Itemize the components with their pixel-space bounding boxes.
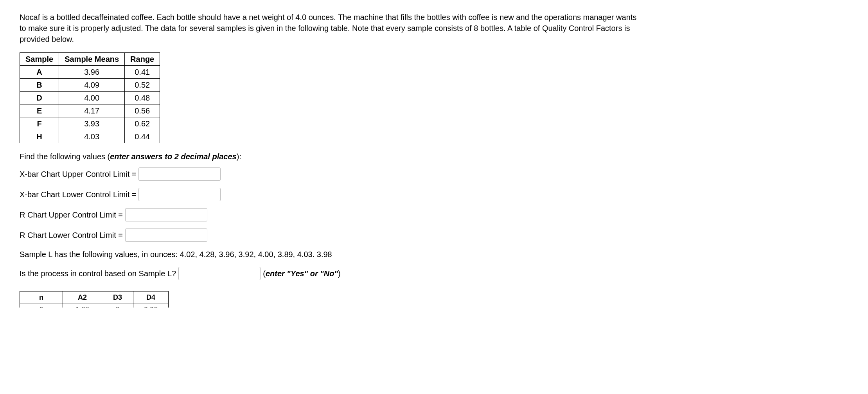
find-intro-end: ): <box>237 152 241 161</box>
hint-emph: enter "Yes" or "No" <box>266 269 338 278</box>
col-range-header: Range <box>125 53 160 66</box>
table-row: H 4.03 0.44 <box>20 130 160 143</box>
table-row: B 4.09 0.52 <box>20 79 160 92</box>
col-d4: D4 <box>133 291 169 304</box>
quality-control-factors-table: n A2 D3 D4 2 1 88 0 3 27 <box>20 291 169 308</box>
table-header-row: Sample Sample Means Range <box>20 53 160 66</box>
col-n: n <box>20 291 63 304</box>
factors-header-row: n A2 D3 D4 <box>20 291 169 304</box>
cell-range: 0.62 <box>125 117 160 130</box>
r-lcl-label: R Chart Lower Control Limit = <box>20 230 123 241</box>
cell-range: 0.52 <box>125 79 160 92</box>
cell-mean: 4.03 <box>59 130 125 143</box>
factors-d4: 3 27 <box>133 304 169 308</box>
xbar-lcl-label: X-bar Chart Lower Control Limit = <box>20 189 136 200</box>
cell-mean: 3.93 <box>59 117 125 130</box>
find-intro-emph: enter answers to 2 decimal places <box>110 152 237 161</box>
col-mean-header: Sample Means <box>59 53 125 66</box>
table-row: D 4.00 0.48 <box>20 92 160 104</box>
table-row: A 3.96 0.41 <box>20 66 160 79</box>
cell-sample: H <box>20 130 59 143</box>
factors-d3: 0 <box>102 304 133 308</box>
col-sample-header: Sample <box>20 53 59 66</box>
sample-data-table: Sample Sample Means Range A 3.96 0.41 B … <box>20 52 160 143</box>
find-values-instruction: Find the following values (enter answers… <box>20 151 848 162</box>
factors-row-partial: 2 1 88 0 3 27 <box>20 304 169 308</box>
cell-range: 0.44 <box>125 130 160 143</box>
cell-range: 0.41 <box>125 66 160 79</box>
table-row: E 4.17 0.56 <box>20 104 160 117</box>
cell-mean: 4.09 <box>59 79 125 92</box>
problem-statement: Nocaf is a bottled decaffeinated coffee.… <box>20 12 638 45</box>
cell-sample: B <box>20 79 59 92</box>
r-ucl-label: R Chart Upper Control Limit = <box>20 209 123 220</box>
cell-mean: 4.00 <box>59 92 125 104</box>
quality-control-factors-wrap: n A2 D3 D4 2 1 88 0 3 27 <box>20 287 848 308</box>
cell-mean: 3.96 <box>59 66 125 79</box>
factors-n: 2 <box>20 304 63 308</box>
in-control-hint: (enter "Yes" or "No") <box>263 268 340 279</box>
table-row: F 3.93 0.62 <box>20 117 160 130</box>
cell-range: 0.56 <box>125 104 160 117</box>
col-d3: D3 <box>102 291 133 304</box>
xbar-ucl-input[interactable] <box>138 167 221 181</box>
cell-sample: A <box>20 66 59 79</box>
cell-sample: E <box>20 104 59 117</box>
hint-open: ( <box>263 269 266 278</box>
xbar-lcl-input[interactable] <box>138 188 221 201</box>
hint-close: ) <box>338 269 341 278</box>
in-control-input[interactable] <box>178 267 261 280</box>
sample-l-data: Sample L has the following values, in ou… <box>20 249 848 260</box>
r-lcl-input[interactable] <box>125 228 207 242</box>
cell-sample: D <box>20 92 59 104</box>
cell-range: 0.48 <box>125 92 160 104</box>
r-ucl-input[interactable] <box>125 208 207 221</box>
xbar-ucl-label: X-bar Chart Upper Control Limit = <box>20 169 136 180</box>
cell-mean: 4.17 <box>59 104 125 117</box>
in-control-question: Is the process in control based on Sampl… <box>20 268 176 279</box>
col-a2: A2 <box>63 291 102 304</box>
find-intro-plain: Find the following values ( <box>20 152 110 161</box>
factors-a2: 1 88 <box>63 304 102 308</box>
cell-sample: F <box>20 117 59 130</box>
